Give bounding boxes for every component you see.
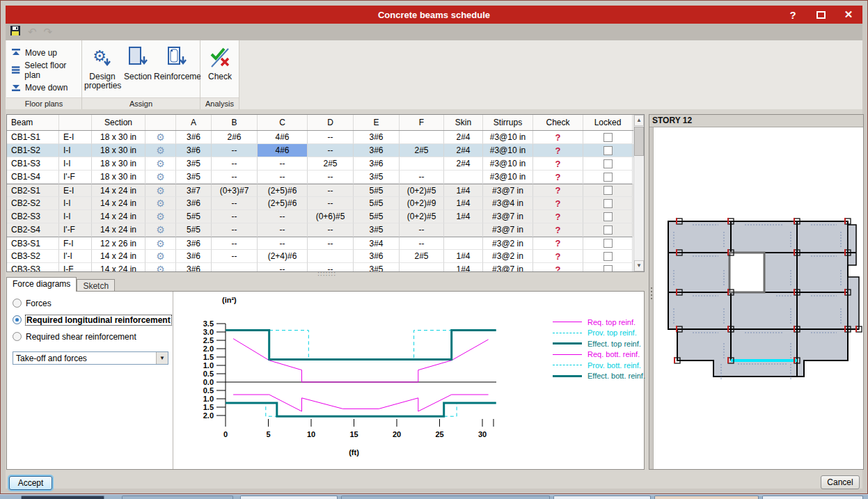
f-cell[interactable]: (0+2)#5 bbox=[400, 210, 444, 223]
locked-checkbox[interactable] bbox=[603, 225, 613, 235]
locked-checkbox[interactable] bbox=[603, 173, 613, 182]
scroll-down-icon[interactable]: ▼ bbox=[634, 260, 644, 271]
radio-required-shear-reinforcement[interactable]: Required shear reinforcement bbox=[13, 331, 173, 342]
skin-cell[interactable]: 2#4 bbox=[444, 144, 483, 157]
takeoff-dropdown[interactable]: Take-off and forces ▼ bbox=[13, 351, 168, 365]
radio-forces[interactable]: Forces bbox=[13, 298, 173, 308]
table-row[interactable]: CB2-S1E-I14 x 24 in⚙3#7(0+3)#7(2+5)#6--5… bbox=[7, 184, 634, 197]
check-cell[interactable]: ? bbox=[533, 171, 583, 184]
section-cell[interactable]: 12 x 26 in bbox=[92, 237, 145, 250]
table-row[interactable]: CB2-S2I-I14 x 24 in⚙3#6--(2+5)#6--5#5(0+… bbox=[7, 197, 634, 210]
e-cell[interactable]: 3#6 bbox=[354, 157, 400, 171]
b-cell[interactable]: -- bbox=[212, 237, 258, 250]
b-cell[interactable]: -- bbox=[212, 250, 258, 263]
e-cell[interactable]: 3#5 bbox=[354, 171, 400, 184]
splitter-handle[interactable]: ⋅⋅⋅⋅⋅⋅⋅⋅⋅⋅⋅⋅⋅⋅ bbox=[317, 271, 334, 276]
b-cell[interactable]: 2#6 bbox=[212, 131, 258, 144]
check-cell[interactable]: ? bbox=[533, 263, 583, 272]
edit-cell[interactable]: ⚙ bbox=[145, 263, 176, 272]
b-cell[interactable]: -- bbox=[212, 144, 258, 157]
f-cell[interactable] bbox=[400, 263, 444, 272]
section-cell[interactable]: 14 x 24 in bbox=[92, 263, 145, 272]
redo-icon[interactable]: ↷ bbox=[44, 26, 53, 38]
skin-cell[interactable]: 1#4 bbox=[444, 184, 483, 197]
check-cell[interactable]: ? bbox=[533, 131, 583, 144]
f-cell[interactable] bbox=[400, 131, 444, 144]
skin-cell[interactable]: 2#4 bbox=[444, 157, 483, 171]
beam-cell[interactable]: CB1-S2 bbox=[7, 144, 59, 157]
gear-icon[interactable]: ⚙ bbox=[156, 198, 165, 208]
move-down-button[interactable]: Move down bbox=[6, 79, 81, 96]
design-properties-button[interactable]: ⚙ Design properties bbox=[84, 43, 120, 90]
span-cell[interactable]: I-I bbox=[59, 197, 92, 210]
gear-icon[interactable]: ⚙ bbox=[156, 145, 165, 155]
cancel-button[interactable]: Cancel bbox=[821, 475, 860, 489]
a-cell[interactable]: 5#5 bbox=[176, 223, 212, 237]
gear-icon[interactable]: ⚙ bbox=[156, 264, 165, 272]
f-cell[interactable]: 2#5 bbox=[400, 144, 444, 157]
a-cell[interactable]: 3#6 bbox=[176, 131, 212, 144]
section-button[interactable]: Section bbox=[122, 43, 154, 81]
locked-checkbox[interactable] bbox=[603, 252, 613, 261]
skin-cell[interactable] bbox=[444, 237, 483, 250]
locked-cell[interactable] bbox=[583, 157, 633, 171]
undo-icon[interactable]: ↶ bbox=[28, 26, 37, 38]
span-cell[interactable]: I'-F bbox=[59, 171, 92, 184]
stirrups-cell[interactable]: #3@10 in bbox=[483, 131, 533, 144]
e-cell[interactable]: 3#4 bbox=[354, 237, 400, 250]
reinforcement-button[interactable]: Reinforcement bbox=[154, 43, 200, 81]
section-cell[interactable]: 18 x 30 in bbox=[92, 171, 145, 184]
check-cell[interactable]: ? bbox=[533, 197, 583, 210]
f-cell[interactable]: (0+2)#5 bbox=[400, 184, 444, 197]
tab-sketch[interactable]: Sketch bbox=[77, 279, 115, 292]
edit-cell[interactable]: ⚙ bbox=[145, 157, 176, 171]
column-header-section[interactable]: Section bbox=[92, 115, 145, 130]
column-header-stirrups[interactable]: Stirrups bbox=[483, 115, 533, 130]
b-cell[interactable] bbox=[212, 263, 258, 272]
f-cell[interactable]: -- bbox=[400, 171, 444, 184]
radio-icon[interactable] bbox=[13, 332, 22, 341]
section-cell[interactable]: 14 x 24 in bbox=[92, 210, 145, 223]
check-cell[interactable]: ? bbox=[533, 157, 583, 171]
b-cell[interactable]: -- bbox=[212, 171, 258, 184]
locked-cell[interactable] bbox=[583, 171, 633, 184]
stirrups-cell[interactable]: #3@7 in bbox=[483, 263, 533, 272]
f-cell[interactable]: -- bbox=[400, 237, 444, 250]
column-header-d[interactable]: D bbox=[308, 115, 354, 130]
select-floor-plan-button[interactable]: Select floor plan bbox=[6, 61, 81, 79]
check-cell[interactable]: ? bbox=[533, 184, 583, 197]
locked-cell[interactable] bbox=[583, 131, 633, 144]
section-cell[interactable]: 14 x 24 in bbox=[92, 184, 145, 197]
gear-icon[interactable]: ⚙ bbox=[156, 212, 165, 221]
table-row[interactable]: CB1-S1E-I18 x 30 in⚙3#62#64#6--3#62#4#3@… bbox=[7, 131, 634, 144]
check-button[interactable]: Check bbox=[203, 43, 237, 81]
table-row[interactable]: CB1-S2I-I18 x 30 in⚙3#6--4#6--3#62#52#4#… bbox=[7, 144, 634, 157]
beam-cell[interactable]: CB1-S4 bbox=[7, 171, 59, 184]
floor-plan-drawing[interactable] bbox=[654, 127, 865, 470]
radio-icon[interactable] bbox=[13, 299, 22, 308]
span-cell[interactable]: E-I bbox=[59, 131, 92, 144]
d-cell[interactable]: -- bbox=[308, 237, 354, 250]
locked-checkbox[interactable] bbox=[603, 199, 613, 208]
edit-cell[interactable]: ⚙ bbox=[145, 131, 176, 144]
locked-checkbox[interactable] bbox=[603, 146, 613, 155]
edit-cell[interactable]: ⚙ bbox=[145, 144, 176, 157]
table-row[interactable]: CB1-S4I'-F18 x 30 in⚙3#5------3#5--#3@10… bbox=[7, 171, 634, 184]
radio-required-longitudinal-reinforcement[interactable]: Required longitudinal reinforcement bbox=[13, 315, 173, 325]
d-cell[interactable]: -- bbox=[308, 223, 354, 237]
span-cell[interactable]: F-I bbox=[59, 237, 92, 250]
beam-cell[interactable]: CB3-S2 bbox=[7, 250, 59, 263]
c-cell[interactable]: (2+4)#6 bbox=[258, 250, 308, 263]
radio-icon[interactable] bbox=[13, 315, 22, 324]
beam-cell[interactable]: CB2-S1 bbox=[7, 184, 59, 197]
gear-icon[interactable]: ⚙ bbox=[156, 132, 165, 142]
check-cell[interactable]: ? bbox=[533, 250, 583, 263]
check-cell[interactable]: ? bbox=[533, 210, 583, 223]
column-header-skin[interactable]: Skin bbox=[444, 115, 483, 130]
locked-checkbox[interactable] bbox=[603, 186, 613, 195]
a-cell[interactable]: 5#5 bbox=[176, 210, 212, 223]
beam-cell[interactable]: CB2-S3 bbox=[7, 210, 59, 223]
beam-cell[interactable]: CB2-S4 bbox=[7, 223, 59, 237]
edit-cell[interactable]: ⚙ bbox=[145, 171, 176, 184]
column-header-e[interactable]: E bbox=[354, 115, 400, 130]
